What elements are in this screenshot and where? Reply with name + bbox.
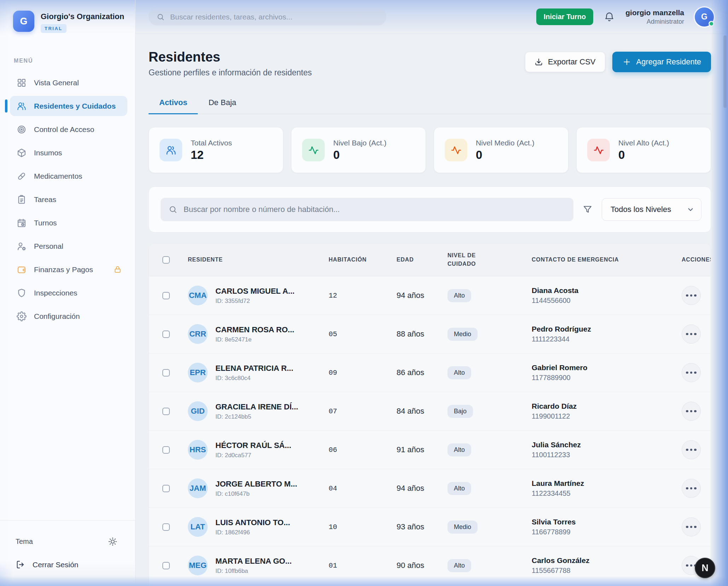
stat-value: 0 — [618, 148, 669, 162]
resident-search-input[interactable] — [184, 205, 566, 214]
sidebar-item-label: Medicamentos — [34, 172, 82, 180]
row-checkbox[interactable] — [162, 562, 170, 569]
table-row[interactable]: LAT LUIS ANTONIO TO... ID: 1862f496 10 9… — [149, 508, 711, 546]
scrollbar-thumb[interactable] — [723, 35, 727, 108]
resident-avatar: JAM — [188, 478, 208, 498]
table-row[interactable]: EPR ELENA PATRICIA R... ID: 3c6c80c4 09 … — [149, 354, 711, 392]
resident-name: ELENA PATRICIA R... — [215, 364, 293, 373]
resident-name: LUIS ANTONIO TO... — [215, 518, 290, 527]
stat-card: Nivel Medio (Act.) 0 — [434, 127, 568, 173]
stat-label: Nivel Medio (Act.) — [476, 139, 535, 147]
avatar-initial: G — [701, 12, 707, 22]
resident-id: ID: 2c124bb5 — [215, 413, 298, 420]
row-actions-button[interactable] — [682, 402, 701, 421]
sidebar-item-inspecciones[interactable]: Inspecciones — [10, 283, 127, 303]
resident-name: GRACIELA IRENE DÍ... — [215, 402, 298, 412]
row-checkbox[interactable] — [162, 331, 170, 338]
online-status-dot — [709, 21, 714, 27]
resident-age: 93 años — [397, 522, 447, 532]
tab-de-baja[interactable]: De Baja — [198, 98, 247, 114]
table-row[interactable]: CMA CARLOS MIGUEL A... ID: 3355fd72 12 9… — [149, 276, 711, 315]
stat-value: 0 — [333, 148, 387, 162]
filter-funnel-icon[interactable] — [583, 205, 593, 214]
row-checkbox[interactable] — [162, 446, 170, 454]
sidebar-item-turnos[interactable]: Turnos — [10, 213, 127, 233]
row-actions-button[interactable] — [682, 324, 701, 344]
nextjs-dev-badge[interactable]: N — [695, 558, 715, 578]
room-number: 12 — [329, 292, 397, 300]
row-checkbox[interactable] — [162, 523, 170, 531]
resident-id: ID: 3355fd72 — [215, 298, 295, 305]
row-checkbox[interactable] — [162, 292, 170, 299]
resident-age: 88 años — [397, 329, 447, 339]
sidebar-item-personal[interactable]: Personal — [10, 236, 127, 256]
sidebar-item-tareas[interactable]: Tareas — [10, 189, 127, 209]
select-all-checkbox[interactable] — [162, 256, 170, 264]
table-row[interactable]: JAM JORGE ALBERTO M... ID: c10f647b 04 9… — [149, 469, 711, 508]
col-contacto: Contacto de Emergencia — [532, 257, 682, 263]
clipboard-icon — [17, 195, 27, 205]
bell-icon[interactable] — [604, 11, 615, 22]
row-checkbox[interactable] — [162, 408, 170, 415]
table-row[interactable]: CRR CARMEN ROSA RO... ID: 8e52471e 05 88… — [149, 315, 711, 354]
sidebar-item-control-acceso[interactable]: Control de Acceso — [10, 119, 127, 139]
sidebar-item-vista-general[interactable]: Vista General — [10, 73, 127, 93]
resident-id: ID: 10ffb6ba — [215, 568, 292, 575]
row-actions-button[interactable] — [682, 286, 701, 305]
package-icon — [17, 148, 27, 158]
care-level-badge: Bajo — [447, 405, 473, 418]
users — [166, 145, 177, 156]
resident-id: ID: 2d0ca577 — [215, 452, 291, 459]
lock-icon — [114, 265, 122, 274]
row-actions-button[interactable] — [682, 479, 701, 498]
global-search-input[interactable] — [170, 13, 379, 21]
col-habitacion: Habitación — [329, 257, 397, 263]
emergency-contact-name: Pedro Rodríguez — [532, 325, 682, 333]
grid-icon — [17, 78, 27, 88]
sidebar-nav: Vista General Residentes y Cuidados Cont… — [0, 73, 135, 326]
emergency-contact-phone: 1166778899 — [532, 528, 682, 536]
sidebar-item-residentes[interactable]: Residentes y Cuidados — [10, 96, 127, 116]
resident-age: 91 años — [397, 445, 447, 454]
sidebar-item-label: Control de Acceso — [34, 125, 94, 134]
theme-label: Tema — [16, 538, 33, 546]
main-content: Residentes Gestione perfiles e informaci… — [135, 34, 728, 586]
row-actions-button[interactable] — [682, 440, 701, 459]
row-checkbox[interactable] — [162, 485, 170, 492]
start-shift-button[interactable]: Iniciar Turno — [536, 8, 594, 25]
wallet-icon — [17, 265, 27, 275]
chevron-down-icon — [686, 205, 695, 214]
table-row[interactable]: MEG MARTA ELENA GO... ID: 10ffb6ba 01 90… — [149, 546, 711, 585]
level-filter-select[interactable]: Todos los Niveles — [602, 198, 701, 221]
resident-id: ID: 3c6c80c4 — [215, 375, 293, 382]
emergency-contact-phone: 1144556600 — [532, 297, 682, 305]
sidebar-item-medicamentos[interactable]: Medicamentos — [10, 166, 127, 186]
emergency-contact-phone: 1177889900 — [532, 374, 682, 382]
table-row[interactable]: GID GRACIELA IRENE DÍ... ID: 2c124bb5 07… — [149, 392, 711, 431]
resident-name: CARLOS MIGUEL A... — [215, 287, 295, 296]
logout-button[interactable]: Cerrar Sesión — [0, 546, 135, 569]
table-header-row: Residente Habitación Edad Nivel de Cuida… — [149, 243, 711, 276]
resident-search[interactable] — [161, 198, 573, 221]
sidebar-item-insumos[interactable]: Insumos — [10, 143, 127, 163]
tab-activos[interactable]: Activos — [149, 98, 198, 114]
user-meta: giorgio manzella Administrator — [625, 8, 684, 25]
col-nivel-cuidado: Nivel de Cuidado — [447, 251, 493, 268]
row-checkbox[interactable] — [162, 369, 170, 377]
add-resident-button[interactable]: Agregar Residente — [612, 52, 711, 72]
row-actions-button[interactable] — [682, 363, 701, 382]
resident-name: HÉCTOR RAÚL SÁ... — [215, 441, 291, 450]
stat-label: Nivel Alto (Act.) — [618, 139, 669, 147]
sidebar-item-label: Turnos — [34, 219, 57, 227]
row-actions-button[interactable] — [682, 517, 701, 536]
sun-icon[interactable] — [108, 537, 117, 546]
table-row[interactable]: HRS HÉCTOR RAÚL SÁ... ID: 2d0ca577 06 91… — [149, 431, 711, 469]
export-csv-button[interactable]: Exportar CSV — [525, 52, 605, 72]
sidebar-item-label: Inspecciones — [34, 289, 77, 297]
global-search[interactable] — [149, 8, 386, 25]
calendar-clock-icon — [17, 218, 27, 228]
care-level-badge: Medio — [447, 328, 478, 341]
sidebar-item-configuracion[interactable]: Configuración — [10, 306, 127, 326]
avatar[interactable]: G — [695, 7, 714, 27]
sidebar-item-finanzas[interactable]: Finanzas y Pagos — [10, 259, 127, 280]
